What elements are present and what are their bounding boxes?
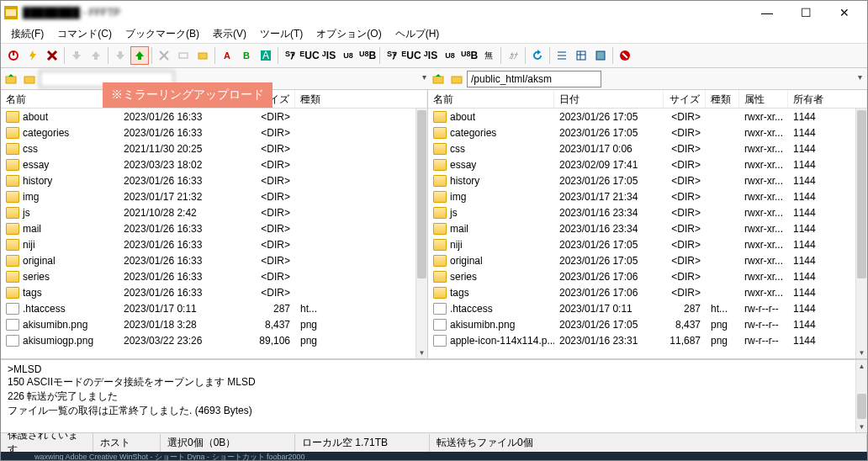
file-row[interactable]: about2023/01/26 16:33<DIR> [1,109,415,125]
remote-list[interactable]: about2023/01/26 17:05<DIR>rwxr-xr...1144… [428,109,867,358]
euc-recv-icon[interactable]: EUC [402,46,421,65]
col-date[interactable]: 日付 [554,90,664,108]
list-view-icon[interactable] [553,46,571,65]
col-type[interactable]: 種類 [706,90,739,108]
file-row[interactable]: categories2023/01/26 16:33<DIR> [1,125,415,140]
menu-tool[interactable]: ツール(T) [255,25,308,43]
file-name: series [450,271,477,283]
utf8bom-send-icon[interactable]: U8B [358,46,377,65]
detail-view-icon[interactable] [572,46,590,65]
local-open-icon[interactable] [21,71,38,87]
file-row[interactable]: niji2023/01/26 17:05<DIR>rwxr-xr...1144 [428,236,855,252]
file-row[interactable]: about2023/01/26 17:05<DIR>rwxr-xr...1144 [428,109,855,125]
app-icon [4,6,18,19]
file-row[interactable]: css2023/01/17 0:06<DIR>rwxr-xr...1144 [428,140,855,156]
delete-icon[interactable] [155,46,173,65]
close-button[interactable]: ✕ [825,1,864,24]
col-attr[interactable]: 属性 [739,90,788,108]
file-date: 2023/01/17 0:11 [554,303,664,315]
menu-option[interactable]: オプション(O) [311,25,386,43]
quick-connect-icon[interactable] [24,46,42,65]
jis-recv-icon[interactable]: JIS [421,46,440,65]
ascii-mode-icon[interactable]: A [218,46,236,65]
col-name[interactable]: 名前 [1,90,119,108]
file-row[interactable]: essay2023/02/09 17:41<DIR>rwxr-xr...1144 [428,156,855,172]
file-size: <DIR> [664,287,706,299]
auto-mode-icon[interactable]: A [257,46,275,65]
file-row[interactable]: img2023/01/17 21:34<DIR>rwxr-xr...1144 [428,188,855,204]
file-row[interactable]: original2023/01/26 16:33<DIR> [1,252,415,268]
abort-icon[interactable] [616,46,634,65]
menu-help[interactable]: ヘルプ(H) [390,25,445,43]
file-row[interactable]: akisumibn.png2023/01/18 3:288,437png [1,316,415,332]
mirror-upload-icon[interactable] [130,46,149,65]
menu-bookmark[interactable]: ブックマーク(B) [120,25,204,43]
file-row[interactable]: mail2023/01/26 16:33<DIR> [1,220,415,236]
file-row[interactable]: .htaccess2023/01/17 0:11287ht...rw-r--r-… [428,300,855,316]
no-kanji-icon[interactable]: 無 [479,46,498,65]
menu-connect[interactable]: 接続(F) [6,25,49,43]
file-row[interactable]: mail2023/01/16 23:34<DIR>rwxr-xr...1144 [428,220,855,236]
local-up-icon[interactable] [3,71,19,87]
euc-send-icon[interactable]: EUC [300,46,319,65]
menu-command[interactable]: コマンド(C) [52,25,117,43]
file-size: <DIR> [664,255,706,267]
file-row[interactable]: tags2023/01/26 16:33<DIR> [1,284,415,300]
col-owner[interactable]: 所有者 [788,90,867,108]
rename-icon[interactable] [174,46,193,65]
utf8-recv-icon[interactable]: U8 [441,46,459,65]
log-panel[interactable]: >MLSD 150 ASCIIモードのデータ接続をオープンします MLSD 22… [1,359,867,433]
sjis-send-icon[interactable]: Sｱ [281,46,299,65]
col-type[interactable]: 種類 [295,90,427,108]
file-date: 2023/01/26 16:33 [119,239,236,251]
file-row[interactable]: series2023/01/26 16:33<DIR> [1,268,415,284]
folder-icon [433,175,447,187]
col-name[interactable]: 名前 [428,90,554,108]
kana-icon[interactable]: ｶﾅ [504,46,522,65]
mkdir-icon[interactable] [193,46,212,65]
menu-view[interactable]: 表示(V) [208,25,251,43]
file-row[interactable]: history2023/01/26 16:33<DIR> [1,172,415,188]
remote-up-icon[interactable] [430,71,447,87]
sync-icon[interactable] [591,46,610,65]
upload-icon[interactable] [87,46,105,65]
remote-scrollbar[interactable]: ▲▼ [855,109,867,358]
binary-mode-icon[interactable]: B [237,46,256,65]
file-name: js [23,207,30,219]
file-row[interactable]: akisumiogp.png2023/03/22 23:2689,106png [1,332,415,348]
remote-header[interactable]: 名前 日付 サイズ 種類 属性 所有者 [428,90,867,109]
jis-send-icon[interactable]: JIS [320,46,338,65]
file-row[interactable]: essay2023/03/23 18:02<DIR> [1,156,415,172]
utf8-send-icon[interactable]: U8 [339,46,357,65]
local-list[interactable]: about2023/01/26 16:33<DIR>categories2023… [1,109,427,358]
file-row[interactable]: tags2023/01/26 17:06<DIR>rwxr-xr...1144 [428,284,855,300]
file-row[interactable]: categories2023/01/26 17:05<DIR>rwxr-xr..… [428,125,855,140]
file-row[interactable]: apple-icon-114x114.p...2023/01/16 23:311… [428,332,855,348]
file-row[interactable]: css2021/11/30 20:25<DIR> [1,140,415,156]
log-scrollbar[interactable]: ▲▼ [855,360,867,432]
connect-icon[interactable] [4,46,23,65]
file-row[interactable]: series2023/01/26 17:06<DIR>rwxr-xr...114… [428,268,855,284]
utf8bom-recv-icon[interactable]: U8B [460,46,479,65]
minimize-button[interactable]: — [748,1,786,24]
file-row[interactable]: akisumibn.png2023/01/26 17:058,437pngrw-… [428,316,855,332]
svg-rect-1 [6,9,16,16]
sjis-recv-icon[interactable]: Sｱ [383,46,401,65]
local-scrollbar[interactable]: ▲▼ [415,109,427,358]
file-row[interactable]: history2023/01/26 17:05<DIR>rwxr-xr...11… [428,172,855,188]
status-localfree: ローカル空 1.71TB [295,434,430,452]
file-row[interactable]: niji2023/01/26 16:33<DIR> [1,236,415,252]
refresh-icon[interactable] [528,46,547,65]
mirror-download-icon[interactable] [111,46,130,65]
file-row[interactable]: js2021/10/28 2:42<DIR> [1,204,415,220]
file-row[interactable]: js2023/01/16 23:34<DIR>rwxr-xr...1144 [428,204,855,220]
maximize-button[interactable]: ☐ [786,1,825,24]
remote-open-icon[interactable] [448,71,465,87]
remote-path-input[interactable] [467,71,601,87]
file-row[interactable]: .htaccess2023/01/17 0:11287ht... [1,300,415,316]
file-row[interactable]: original2023/01/26 17:05<DIR>rwxr-xr...1… [428,252,855,268]
file-row[interactable]: img2023/01/17 21:32<DIR> [1,188,415,204]
download-icon[interactable] [67,46,86,65]
disconnect-icon[interactable] [43,46,61,65]
col-size[interactable]: サイズ [664,90,706,108]
